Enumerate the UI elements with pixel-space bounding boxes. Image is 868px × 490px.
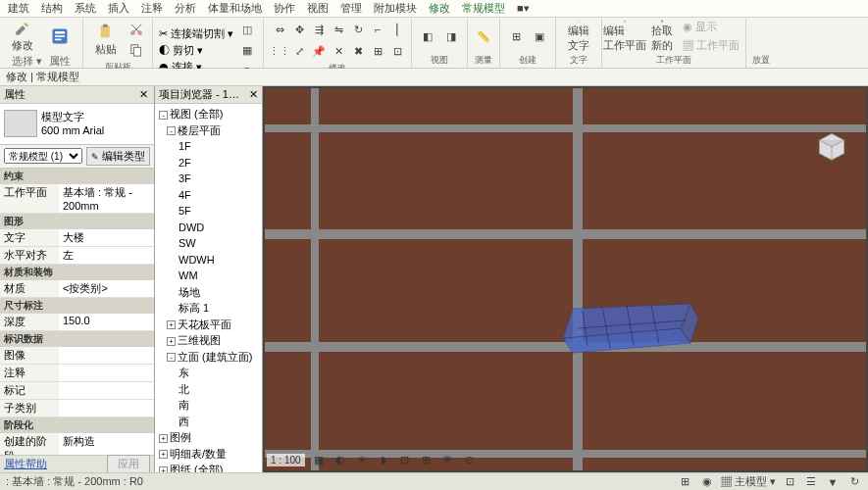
prop-value[interactable]: 150.0 <box>59 314 154 330</box>
prop-value[interactable]: 左 <box>59 247 154 264</box>
paste-button[interactable]: 粘贴 <box>89 24 123 57</box>
prop-value[interactable] <box>59 400 154 416</box>
unpin-icon[interactable]: ✕ <box>329 41 348 61</box>
crop-region-icon[interactable]: ⊞ <box>419 452 434 467</box>
trim-icon[interactable]: ⌐ <box>368 20 387 39</box>
move-icon[interactable]: ✥ <box>289 20 309 39</box>
pick-new-button[interactable]: 拾取 新的 <box>645 20 679 53</box>
close-icon[interactable]: ✕ <box>136 88 150 102</box>
tree-item[interactable]: 东 <box>157 365 260 381</box>
prop-value[interactable] <box>59 382 154 399</box>
tree-item[interactable]: 5F <box>157 203 260 220</box>
split-icon[interactable]: ⎮ <box>387 20 407 39</box>
tree-toggle-icon[interactable]: + <box>159 450 168 459</box>
tree-item[interactable]: +明细表/数量 <box>157 446 260 463</box>
menu-item[interactable]: 分析 <box>175 1 196 16</box>
tree-item[interactable]: 3F <box>157 171 260 187</box>
tree-item[interactable]: 1F <box>157 138 260 155</box>
prop-section-header[interactable]: 约束 <box>0 169 154 184</box>
modify-button[interactable]: 修改 <box>6 20 39 53</box>
status-icon[interactable]: ⊞ <box>678 474 693 490</box>
prop-section-header[interactable]: 材质和装饰 <box>0 265 154 280</box>
hide-icon[interactable]: 👁 <box>440 452 456 467</box>
menu-item[interactable]: 附加模块 <box>374 1 417 16</box>
shadow-icon[interactable]: ◗ <box>376 452 391 467</box>
tool-icon[interactable]: ⊞ <box>368 41 387 61</box>
tree-item[interactable]: 2F <box>157 155 260 172</box>
tree-item[interactable]: -视图 (全部) <box>157 106 260 122</box>
pin-icon[interactable]: 📌 <box>309 41 329 61</box>
tree-item[interactable]: 西 <box>157 414 260 430</box>
visual-style-icon[interactable]: ◐ <box>332 452 348 467</box>
copy-icon[interactable] <box>127 40 146 60</box>
close-icon[interactable]: ✕ <box>248 88 258 102</box>
tree-item[interactable]: WDWH <box>157 252 260 269</box>
tree-item[interactable]: DWD <box>157 220 260 236</box>
geo-icon[interactable]: ◫ <box>237 20 257 39</box>
tree-toggle-icon[interactable]: + <box>167 320 176 329</box>
tree-toggle-icon[interactable]: - <box>159 111 168 120</box>
join-end-cut[interactable]: ✂ 连接端切割 ▾ <box>159 26 233 41</box>
tree-item[interactable]: -楼层平面 <box>157 122 260 139</box>
menu-item[interactable]: 插入 <box>108 1 129 16</box>
array-icon[interactable]: ⋮⋮ <box>270 41 289 61</box>
rotate-icon[interactable]: ↻ <box>348 20 368 39</box>
edit-workplane-button[interactable]: 编辑 工作平面 <box>608 20 641 53</box>
tree-item[interactable]: 标高 1 <box>157 300 260 317</box>
tree-toggle-icon[interactable]: - <box>167 353 176 362</box>
view-icon[interactable]: ◧ <box>418 26 437 46</box>
align-icon[interactable]: ⇔ <box>270 20 289 39</box>
prop-section-header[interactable]: 标识数据 <box>0 331 154 347</box>
prop-value[interactable] <box>59 347 154 364</box>
props-help-link[interactable]: 属性帮助 <box>4 457 47 471</box>
type-select[interactable]: 常规模型 (1) <box>4 148 82 164</box>
cut-icon[interactable] <box>127 20 146 39</box>
view-icon[interactable]: ◨ <box>441 26 461 46</box>
tree-item[interactable]: +图例 <box>157 429 260 446</box>
properties-button[interactable] <box>43 20 77 53</box>
status-icon[interactable]: ⊡ <box>782 474 797 490</box>
apply-button[interactable]: 应用 <box>107 455 150 472</box>
menu-item[interactable]: 管理 <box>340 1 362 16</box>
menu-item[interactable]: 视图 <box>307 1 329 16</box>
menu-item[interactable]: 注释 <box>141 1 163 16</box>
tree-toggle-icon[interactable]: + <box>167 337 176 346</box>
view-scale[interactable]: 1 : 100 <box>267 454 305 466</box>
menu-item[interactable]: 协作 <box>274 1 295 16</box>
status-icon[interactable]: ☰ <box>803 474 819 490</box>
filter-icon[interactable]: ▼ <box>825 474 841 490</box>
prop-value[interactable]: 基本墙 : 常规 - 200mm <box>59 184 154 213</box>
tree-toggle-icon[interactable]: + <box>159 434 168 443</box>
tree-item[interactable]: 南 <box>157 397 260 414</box>
sun-path-icon[interactable]: ☀ <box>354 452 370 467</box>
offset-icon[interactable]: ⇶ <box>309 20 329 39</box>
geo-icon[interactable]: ▦ <box>237 40 257 60</box>
tree-item[interactable]: WM <box>157 268 260 284</box>
edit-text-button[interactable]: A 编辑 文字 <box>562 20 595 53</box>
tool-icon[interactable]: ⊡ <box>387 41 407 61</box>
prop-section-header[interactable]: 图形 <box>0 214 154 229</box>
cut-geo[interactable]: ◐ 剪切 ▾ <box>159 43 233 58</box>
viewport-3d[interactable]: 1 : 100 ▦ ◐ ☀ ◗ ⊡ ⊞ 👁 ⊙ <box>263 86 868 472</box>
menu-extra[interactable]: ■▾ <box>517 2 530 15</box>
scale-icon[interactable]: ⤢ <box>289 41 309 61</box>
create-icon[interactable]: ▣ <box>530 26 549 46</box>
tree-item[interactable]: -立面 (建筑立面) <box>157 349 260 366</box>
menu-item[interactable]: 建筑 <box>8 1 29 16</box>
tree-toggle-icon[interactable]: - <box>167 126 176 135</box>
menu-item[interactable]: 体量和场地 <box>208 1 262 16</box>
tree-item[interactable]: SW <box>157 235 260 252</box>
prop-section-header[interactable]: 阶段化 <box>0 417 154 433</box>
menu-item[interactable]: 系统 <box>75 1 96 16</box>
menu-item-context[interactable]: 常规模型 <box>462 1 505 16</box>
measure-icon[interactable]: 📏 <box>474 26 493 46</box>
detail-level-icon[interactable]: ▦ <box>311 452 327 467</box>
tree-item[interactable]: 4F <box>157 187 260 204</box>
view-cube[interactable] <box>811 125 852 167</box>
mirror-icon[interactable]: ⇋ <box>329 20 348 39</box>
prop-section-header[interactable]: 尺寸标注 <box>0 298 154 314</box>
prop-value[interactable]: 新构造 <box>59 433 154 455</box>
create-icon[interactable]: ⊞ <box>506 26 526 46</box>
tree-item[interactable]: +图纸 (全部) <box>157 462 260 472</box>
selected-model-text[interactable] <box>553 299 700 368</box>
